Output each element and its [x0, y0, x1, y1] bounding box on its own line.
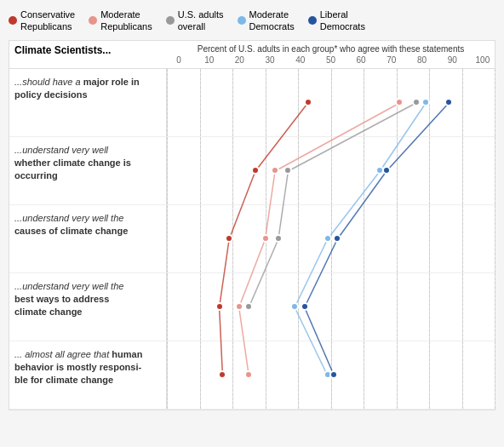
gridline: [232, 137, 233, 204]
data-dot-mod_rep: [235, 302, 243, 311]
data-dot-mod_dem: [421, 98, 430, 106]
chart-row: ...understand very well thebest ways to …: [9, 273, 495, 341]
legend-item-con-rep: Conservative Republicans: [9, 9, 75, 33]
data-dot-us_adults: [412, 98, 421, 106]
legend-dot-lib-dem: [308, 16, 317, 25]
data-dot-lib_dem: [444, 98, 453, 106]
axis-tick: 0: [170, 55, 187, 65]
plot-area: [167, 137, 495, 204]
axis-tick: 50: [322, 55, 339, 65]
data-dot-mod_rep: [395, 98, 404, 106]
gridline: [266, 273, 266, 341]
gridline: [298, 69, 299, 136]
gridline: [298, 137, 299, 204]
chart-header: Climate Scientists... Percent of U.S. ad…: [9, 41, 495, 69]
data-dot-lib_dem: [333, 234, 341, 243]
row-label: ...understand very well thecauses of cli…: [9, 205, 167, 272]
legend-label-us-adults: U.S. adults overall: [178, 9, 224, 33]
chart-area: Climate Scientists... Percent of U.S. ad…: [9, 40, 495, 410]
axis-tick: 70: [383, 55, 400, 65]
gridline: [462, 341, 463, 409]
data-dot-mod_dem: [324, 234, 332, 243]
row-label: ...understand very wellwhether climate c…: [9, 137, 167, 204]
axis-title: Percent of U.S. adults in each group* wh…: [170, 43, 491, 55]
data-dot-us_adults: [274, 234, 283, 243]
gridline: [429, 341, 430, 409]
gridline: [429, 137, 430, 204]
gridline: [429, 205, 430, 272]
gridline: [462, 137, 463, 204]
gridline: [364, 205, 364, 272]
row-label-header: Climate Scientists...: [9, 41, 167, 68]
data-dot-con_rep: [304, 98, 312, 106]
gridline: [462, 205, 463, 272]
legend-label-mod-dem: Moderate Democrats: [249, 9, 295, 33]
plot-area: [167, 273, 495, 341]
gridline: [495, 341, 495, 409]
data-dot-lib_dem: [301, 302, 309, 311]
gridline: [397, 205, 398, 272]
gridline: [298, 205, 299, 272]
gridline: [167, 273, 168, 341]
gridline: [331, 137, 332, 204]
gridline: [364, 69, 364, 136]
data-dot-con_rep: [215, 302, 224, 311]
gridline: [232, 341, 233, 409]
scientists-label: Climate Scientists...: [14, 44, 111, 56]
axis-tick: 60: [352, 55, 369, 65]
data-dot-mod_dem: [290, 302, 299, 311]
legend: Conservative RepublicansModerate Republi…: [9, 9, 495, 33]
axis-tick: 30: [261, 55, 278, 65]
data-dot-con_rep: [251, 166, 260, 175]
gridline: [266, 137, 266, 204]
gridline: [495, 273, 495, 341]
data-dot-mod_rep: [244, 370, 253, 379]
gridline: [397, 137, 398, 204]
data-dot-lib_dem: [382, 166, 391, 175]
legend-dot-mod-rep: [89, 16, 97, 25]
chart-rows-container: ...should have a major role inpolicy dec…: [9, 69, 495, 410]
main-container: Conservative RepublicansModerate Republi…: [0, 0, 504, 419]
gridline: [200, 69, 201, 136]
gridline: [232, 69, 233, 136]
legend-dot-mod-dem: [238, 16, 246, 25]
gridline: [462, 273, 463, 341]
chart-row: ...understand very wellwhether climate c…: [9, 137, 495, 205]
legend-label-con-rep: Conservative Republicans: [20, 9, 75, 33]
axis-tick: 40: [292, 55, 309, 65]
chart-row: ... almost all agree that humanbehavior …: [9, 341, 495, 410]
gridline: [167, 341, 168, 409]
gridline: [200, 137, 201, 204]
gridline: [462, 69, 463, 136]
plot-area: [167, 69, 495, 136]
axis-ticks: 0102030405060708090100: [170, 55, 491, 66]
legend-dot-us-adults: [166, 16, 175, 25]
data-dot-lib_dem: [329, 370, 338, 379]
gridline: [495, 205, 495, 272]
gridline: [331, 69, 332, 136]
gridline: [167, 137, 168, 204]
axis-tick: 20: [231, 55, 248, 65]
axis-tick: 10: [201, 55, 218, 65]
legend-item-mod-rep: Moderate Republicans: [89, 9, 152, 33]
data-dot-con_rep: [218, 370, 226, 379]
axis-tick: 80: [414, 55, 431, 65]
row-label: ...understand very well thebest ways to …: [9, 273, 167, 341]
gridline: [266, 69, 266, 136]
axis-tick: 90: [444, 55, 461, 65]
row-label: ...should have a major role inpolicy dec…: [9, 69, 167, 136]
gridline: [232, 273, 233, 341]
gridline: [200, 341, 201, 409]
data-dot-con_rep: [225, 234, 233, 243]
chart-row: ...should have a major role inpolicy dec…: [9, 69, 495, 137]
plot-area: [167, 341, 495, 409]
gridline: [167, 205, 168, 272]
plot-area: [167, 205, 495, 272]
legend-label-mod-rep: Moderate Republicans: [100, 9, 152, 33]
legend-item-us-adults: U.S. adults overall: [166, 9, 224, 33]
gridline: [364, 137, 364, 204]
chart-row: ...understand very well thecauses of cli…: [9, 205, 495, 273]
legend-item-lib-dem: Liberal Democrats: [308, 9, 365, 33]
gridline: [429, 273, 430, 341]
gridline: [331, 273, 332, 341]
